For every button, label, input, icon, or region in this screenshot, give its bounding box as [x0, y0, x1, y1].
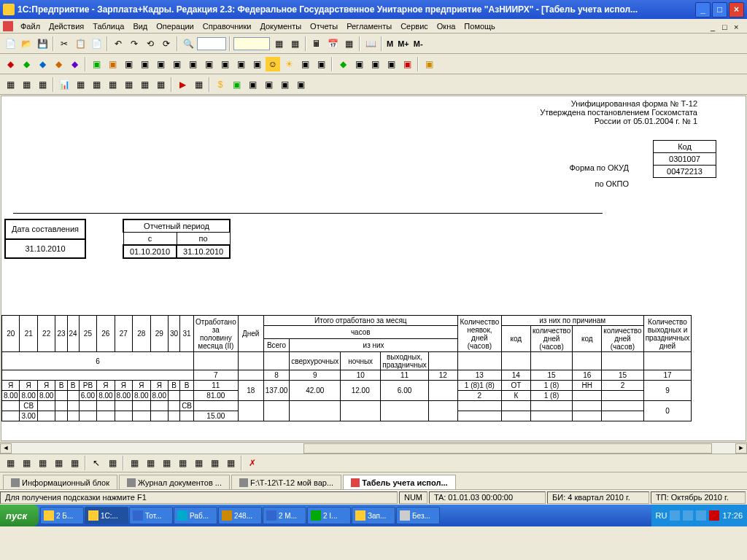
pointer-icon[interactable]: ↖ — [89, 456, 104, 470]
tb2-10[interactable]: ▣ — [153, 57, 168, 71]
bt-12[interactable]: ▦ — [191, 456, 206, 470]
tb2-19[interactable]: ▣ — [298, 57, 312, 71]
tb3-7[interactable]: ▦ — [105, 77, 120, 92]
close-button[interactable]: × — [729, 2, 744, 18]
menu-table[interactable]: Таблица — [88, 20, 128, 32]
tb2-3[interactable]: ◆ — [35, 57, 50, 71]
btn-b2[interactable]: ▦ — [287, 36, 302, 51]
task-item[interactable]: Тот... — [129, 507, 173, 524]
menu-view[interactable]: Вид — [128, 20, 152, 32]
bt-11[interactable]: ▦ — [175, 456, 190, 470]
tab-info[interactable]: Информационный блок — [3, 475, 117, 489]
bt-15[interactable]: ✗ — [245, 456, 260, 470]
tb2-26[interactable]: ▣ — [422, 57, 436, 71]
tb2-9[interactable]: ▣ — [137, 57, 152, 71]
combo-2[interactable] — [233, 37, 270, 50]
cut-icon[interactable]: ✂ — [57, 36, 71, 51]
menu-reports[interactable]: Отчеты — [306, 20, 342, 32]
tb3-17[interactable]: ▣ — [277, 77, 292, 92]
menu-refs[interactable]: Справочники — [198, 20, 256, 32]
task-item[interactable]: 1С:... — [85, 507, 128, 524]
btn-b3[interactable]: ▦ — [341, 36, 356, 51]
tray-icon[interactable] — [696, 510, 706, 521]
tb3-3[interactable]: ▦ — [35, 77, 50, 92]
bt-2[interactable]: ▦ — [19, 456, 34, 470]
tb2-16[interactable]: ▣ — [249, 57, 264, 71]
menu-windows[interactable]: Окна — [433, 20, 460, 32]
tb2-17[interactable]: ☺ — [266, 57, 280, 71]
bt-1[interactable]: ▦ — [3, 456, 18, 470]
tab-file[interactable]: F:\Т-12\Т-12 мой вар... — [231, 475, 341, 489]
mem-mplus[interactable]: М+ — [396, 39, 411, 48]
start-button[interactable]: пуск — [0, 505, 39, 526]
bt-4[interactable]: ▦ — [51, 456, 66, 470]
tb2-25[interactable]: ▣ — [400, 57, 414, 71]
tb2-5[interactable]: ◆ — [67, 57, 82, 71]
tb2-2[interactable]: ◆ — [19, 57, 34, 71]
tb2-7[interactable]: ▣ — [105, 57, 120, 71]
tb2-23[interactable]: ▣ — [368, 57, 382, 71]
scroll-right-icon[interactable]: ► — [735, 443, 747, 454]
tb2-24[interactable]: ▣ — [384, 57, 398, 71]
tb3-2[interactable]: ▦ — [19, 77, 34, 92]
menu-actions[interactable]: Действия — [44, 20, 88, 32]
bt-9[interactable]: ▦ — [143, 456, 158, 470]
lang-indicator[interactable]: RU — [656, 511, 667, 520]
tb2-18[interactable]: ☀ — [282, 57, 296, 71]
bt-3[interactable]: ▦ — [35, 456, 50, 470]
bt-14[interactable]: ▦ — [223, 456, 238, 470]
tb2-12[interactable]: ▣ — [185, 57, 200, 71]
bt-10[interactable]: ▦ — [159, 456, 174, 470]
bt-7[interactable]: ▦ — [105, 456, 120, 470]
tb3-9[interactable]: ▦ — [137, 77, 152, 92]
tb2-1[interactable]: ◆ — [3, 57, 18, 71]
tb3-16[interactable]: ▣ — [261, 77, 276, 92]
task-item[interactable]: Зап... — [352, 507, 395, 524]
copy-icon[interactable]: 📋 — [73, 36, 88, 51]
menu-regs[interactable]: Регламенты — [342, 20, 396, 32]
undo-icon[interactable]: ↶ — [111, 36, 125, 51]
tb2-15[interactable]: ▣ — [233, 57, 248, 71]
menu-operations[interactable]: Операции — [152, 20, 198, 32]
menu-help[interactable]: Помощь — [460, 20, 500, 32]
tb2-13[interactable]: ▣ — [201, 57, 216, 71]
tb3-6[interactable]: ▦ — [89, 77, 104, 92]
tb2-22[interactable]: ▣ — [352, 57, 366, 71]
bt-5[interactable]: ▦ — [67, 456, 82, 470]
task-item[interactable]: 248... — [218, 507, 262, 524]
mem-mminus[interactable]: М- — [412, 39, 425, 48]
tb3-8[interactable]: ▦ — [121, 77, 136, 92]
btn-a1[interactable]: ⟲ — [143, 36, 158, 51]
tb2-21[interactable]: ◆ — [336, 57, 350, 71]
tb3-10[interactable]: ▦ — [153, 77, 168, 92]
tb3-5[interactable]: ▦ — [73, 77, 88, 92]
scroll-left-icon[interactable]: ◄ — [0, 443, 12, 454]
find-combo[interactable] — [197, 37, 226, 50]
paste-icon[interactable]: 📄 — [89, 36, 104, 51]
tb3-14[interactable]: ▣ — [229, 77, 244, 92]
task-item[interactable]: 2 М... — [263, 507, 306, 524]
find-icon[interactable]: 🔍 — [181, 36, 196, 51]
tb3-18[interactable]: ▣ — [293, 77, 308, 92]
btn-a2[interactable]: ⟳ — [159, 36, 174, 51]
tab-journal[interactable]: Журнал документов ... — [119, 475, 230, 489]
task-item[interactable]: Без... — [396, 507, 440, 524]
task-item[interactable]: 2 I... — [307, 507, 351, 524]
bt-13[interactable]: ▦ — [207, 456, 222, 470]
new-icon[interactable]: 📄 — [3, 36, 18, 51]
bt-8[interactable]: ▦ — [127, 456, 142, 470]
help-icon[interactable]: 📖 — [363, 36, 378, 51]
tb2-8[interactable]: ▣ — [121, 57, 136, 71]
system-tray[interactable]: RU 17:26 — [651, 505, 747, 526]
task-item[interactable]: Раб... — [174, 507, 217, 524]
tb2-11[interactable]: ▣ — [169, 57, 184, 71]
tb3-1[interactable]: ▦ — [3, 77, 18, 92]
redo-icon[interactable]: ↷ — [127, 36, 142, 51]
tb3-12[interactable]: ▦ — [191, 77, 206, 92]
menu-docs[interactable]: Документы — [255, 20, 306, 32]
tray-icon[interactable] — [670, 510, 680, 521]
menu-service[interactable]: Сервис — [396, 20, 433, 32]
tray-icon[interactable] — [683, 510, 693, 521]
mem-m[interactable]: М — [385, 39, 395, 48]
minimize-button[interactable]: _ — [695, 2, 711, 18]
